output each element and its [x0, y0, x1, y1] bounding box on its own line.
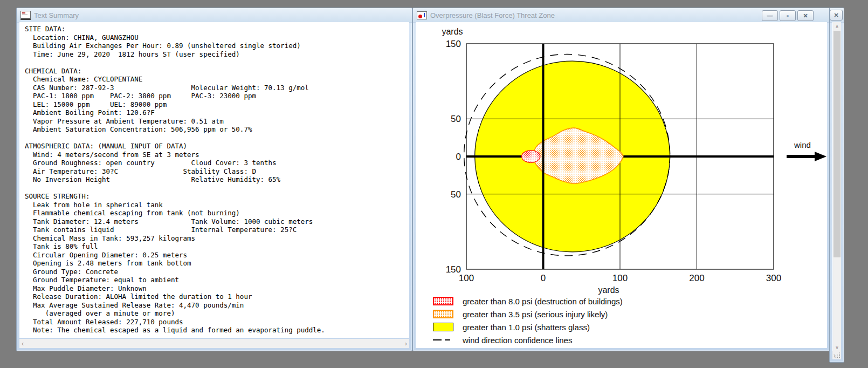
threat-zone-chart-icon	[417, 11, 427, 19]
x-tick-label: 0	[541, 273, 546, 283]
legend-item-injury: greater than 3.5 psi (serious injury lik…	[433, 308, 623, 321]
background-bottom-strip[interactable]: ›	[832, 351, 841, 359]
y-tick-label: 150	[446, 39, 461, 49]
x-axis-label: yards	[598, 285, 619, 295]
text-document-icon	[20, 11, 31, 20]
y-axis-label: yards	[442, 27, 463, 36]
scroll-down-arrow[interactable]: ∨	[833, 343, 841, 351]
legend-label-destruction: greater than 8.0 psi (destruction of bui…	[463, 297, 623, 306]
threat-zone-legend: greater than 8.0 psi (destruction of bui…	[433, 295, 623, 346]
threat-zone-chart-area: 150500501501000100200300yardsyardswind g…	[416, 22, 827, 348]
legend-item-confidence: wind direction confidence lines	[433, 333, 623, 346]
legend-label-confidence: wind direction confidence lines	[463, 336, 572, 345]
minimize-button[interactable]: —	[762, 10, 778, 21]
text-summary-text[interactable]: SITE DATA: Location: CHINA, GUANGZHOU Bu…	[19, 22, 409, 338]
y-tick-label: 0	[456, 152, 461, 162]
overpressure-titlebar[interactable]: Overpressure (Blast Force) Threat Zone —…	[413, 8, 830, 23]
zone-8psi-destruction	[522, 151, 540, 162]
restore-button[interactable]: ▫	[780, 10, 796, 21]
legend-swatch-injury	[433, 310, 453, 318]
legend-label-glass: greater than 1.0 psi (shatters glass)	[463, 323, 590, 332]
legend-item-glass: greater than 1.0 psi (shatters glass)	[433, 321, 623, 333]
x-tick-label: 100	[459, 273, 474, 283]
legend-label-injury: greater than 3.5 psi (serious injury lik…	[463, 310, 608, 319]
legend-swatch-glass	[433, 323, 453, 331]
legend-swatch-confidence	[433, 339, 453, 340]
scroll-right-arrow[interactable]: ›	[403, 340, 409, 347]
resize-grip[interactable]	[836, 353, 840, 358]
text-summary-horizontal-scrollbar[interactable]: ‹ ›	[19, 339, 409, 348]
vertical-scrollbar[interactable]: ∧ ∨	[833, 22, 841, 351]
background-window-sliver: ✕ ∧ ∨ ›	[829, 8, 844, 363]
scrollbar-thumb[interactable]	[833, 31, 841, 257]
x-tick-label: 100	[612, 273, 628, 283]
background-window-body: ∧ ∨ ›	[832, 22, 841, 359]
y-tick-label: 50	[451, 114, 461, 124]
scroll-left-arrow[interactable]: ‹	[19, 340, 26, 347]
text-summary-title: Text Summary	[34, 11, 79, 19]
x-tick-label: 300	[766, 273, 781, 283]
text-summary-window: Text Summary SITE DATA: Location: CHINA,…	[16, 8, 412, 351]
close-button[interactable]: ✕	[797, 10, 814, 21]
wind-label: wind	[794, 140, 811, 149]
legend-item-destruction: greater than 8.0 psi (destruction of bui…	[433, 295, 623, 308]
overpressure-threat-zone-window: Overpressure (Blast Force) Threat Zone —…	[412, 8, 830, 351]
legend-swatch-destruction	[433, 297, 453, 305]
text-summary-titlebar[interactable]: Text Summary	[17, 8, 412, 23]
background-close-button[interactable]: ✕	[830, 10, 843, 21]
scroll-up-arrow[interactable]: ∧	[833, 22, 841, 30]
y-tick-label: 50	[451, 189, 461, 200]
overpressure-title: Overpressure (Blast Force) Threat Zone	[430, 11, 555, 19]
x-tick-label: 200	[689, 273, 704, 283]
background-window-titlebar[interactable]: ✕	[830, 8, 844, 23]
text-summary-content-area: SITE DATA: Location: CHINA, GUANGZHOU Bu…	[19, 22, 409, 338]
